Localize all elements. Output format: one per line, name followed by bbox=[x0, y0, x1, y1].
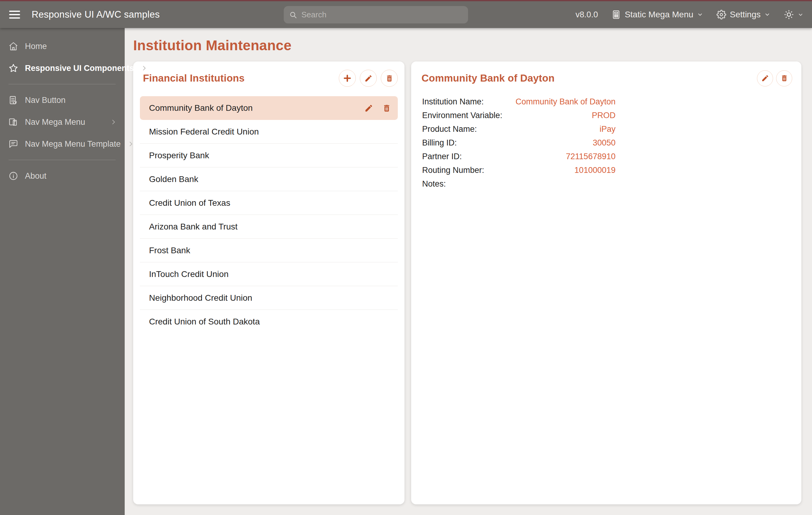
institution-list-item[interactable]: Mission Federal Credit Union bbox=[140, 120, 398, 144]
sidebar-item-label: Nav Mega Menu Template bbox=[25, 139, 121, 149]
app-title: Responsive UI A/WC samples bbox=[32, 9, 160, 20]
field-label: Institution Name: bbox=[422, 97, 484, 107]
institution-name: Prosperity Bank bbox=[149, 151, 391, 160]
institution-list-item[interactable]: Frost Bank bbox=[140, 239, 398, 262]
institution-detail-title: Community Bank of Dayton bbox=[420, 73, 757, 84]
financial-institutions-card: Financial Institutions Community Bank of… bbox=[133, 61, 404, 504]
page-title: Institution Maintenance bbox=[133, 37, 812, 54]
sidebar-divider bbox=[8, 84, 116, 84]
add-institution-button[interactable] bbox=[339, 70, 356, 87]
field-value: 72115678910 bbox=[462, 152, 615, 161]
nav-button-icon bbox=[8, 95, 18, 105]
field-value: 30050 bbox=[457, 138, 615, 147]
sun-icon bbox=[784, 9, 794, 20]
field-value: Community Bank of Dayton bbox=[484, 97, 615, 107]
main-content: Institution Maintenance Financial Instit… bbox=[125, 28, 812, 515]
financial-institutions-title: Financial Institutions bbox=[140, 73, 339, 84]
institution-list: Community Bank of Dayton Mission Federal… bbox=[140, 96, 398, 333]
institution-list-item[interactable]: Arizona Bank and Trust bbox=[140, 215, 398, 239]
sidebar-item-nav-mega-menu[interactable]: Nav Mega Menu bbox=[0, 111, 125, 133]
sidebar-nav: HomeResponsive UI ComponentsNav ButtonNa… bbox=[0, 28, 125, 515]
institution-list-item[interactable]: Golden Bank bbox=[140, 167, 398, 191]
sidebar-item-responsive-ui-components[interactable]: Responsive UI Components bbox=[0, 57, 125, 79]
chevron-down-icon bbox=[764, 11, 770, 18]
search-input[interactable] bbox=[301, 10, 463, 20]
sidebar-divider bbox=[8, 160, 116, 160]
sidebar-item-nav-button[interactable]: Nav Button bbox=[0, 89, 125, 111]
plus-icon bbox=[343, 74, 352, 83]
home-icon bbox=[8, 42, 18, 51]
field-label: Notes: bbox=[422, 179, 446, 189]
theme-toggle-dropdown[interactable] bbox=[784, 9, 804, 20]
pencil-icon bbox=[364, 74, 373, 82]
institution-detail-card: Community Bank of Dayton Institution Nam… bbox=[411, 61, 801, 504]
detail-field-row: Environment Variable:PROD bbox=[422, 109, 615, 123]
delete-row-button[interactable] bbox=[382, 104, 391, 113]
template-bubble-icon bbox=[8, 139, 18, 149]
hamburger-menu-icon[interactable] bbox=[9, 9, 21, 20]
institution-name: Mission Federal Credit Union bbox=[149, 127, 391, 137]
settings-label: Settings bbox=[730, 10, 761, 20]
detail-field-row: Product Name:iPay bbox=[422, 123, 615, 136]
institution-name: Neighborhood Credit Union bbox=[149, 293, 391, 303]
detail-field-row: Notes: bbox=[422, 177, 615, 191]
search-box bbox=[284, 6, 468, 23]
institution-list-item[interactable]: InTouch Credit Union bbox=[140, 262, 398, 286]
institution-list-item[interactable]: Community Bank of Dayton bbox=[140, 96, 398, 120]
field-value: iPay bbox=[477, 125, 615, 134]
gear-icon bbox=[717, 10, 726, 20]
delete-detail-button[interactable] bbox=[776, 70, 792, 86]
field-value: PROD bbox=[502, 111, 615, 120]
trash-icon bbox=[780, 74, 788, 82]
pencil-icon bbox=[761, 74, 769, 82]
sidebar-item-home[interactable]: Home bbox=[0, 35, 125, 57]
mega-menu-dropdown[interactable]: Static Mega Menu bbox=[611, 10, 703, 20]
settings-dropdown[interactable]: Settings bbox=[717, 10, 770, 20]
version-label: v8.0.0 bbox=[576, 10, 598, 20]
info-icon bbox=[8, 171, 18, 181]
chevron-down-icon bbox=[798, 12, 804, 18]
sidebar-item-label: Nav Button bbox=[25, 96, 117, 105]
chevron-down-icon bbox=[697, 11, 703, 18]
detail-field-row: Institution Name:Community Bank of Dayto… bbox=[422, 95, 615, 109]
sidebar-item-about[interactable]: About bbox=[0, 165, 125, 187]
institution-list-item[interactable]: Credit Union of South Dakota bbox=[140, 310, 398, 333]
field-label: Routing Number: bbox=[422, 166, 484, 175]
institution-name: Credit Union of Texas bbox=[149, 198, 391, 208]
edit-institution-button[interactable] bbox=[360, 70, 377, 87]
edit-detail-button[interactable] bbox=[757, 70, 773, 86]
mega-menu-label: Static Mega Menu bbox=[625, 10, 693, 20]
trash-icon bbox=[385, 74, 394, 82]
institution-name: Golden Bank bbox=[149, 174, 391, 184]
institution-list-item[interactable]: Neighborhood Credit Union bbox=[140, 286, 398, 310]
field-label: Partner ID: bbox=[422, 152, 462, 161]
edit-row-button[interactable] bbox=[364, 104, 373, 113]
star-icon bbox=[8, 63, 18, 73]
field-value: 101000019 bbox=[484, 166, 615, 175]
field-label: Product Name: bbox=[422, 125, 477, 134]
institution-list-item[interactable]: Prosperity Bank bbox=[140, 144, 398, 167]
field-label: Environment Variable: bbox=[422, 111, 502, 120]
institution-list-item[interactable]: Credit Union of Texas bbox=[140, 191, 398, 215]
institution-name: Arizona Bank and Trust bbox=[149, 222, 391, 232]
search-icon bbox=[289, 11, 297, 19]
topbar: Responsive UI A/WC samples v8.0.0 Static… bbox=[0, 1, 812, 28]
mega-menu-icon bbox=[611, 10, 621, 20]
chevron-right-icon bbox=[141, 65, 147, 72]
detail-field-row: Partner ID:72115678910 bbox=[422, 150, 615, 163]
sidebar-item-label: Home bbox=[25, 42, 117, 51]
sidebar-item-label: Responsive UI Components bbox=[25, 63, 134, 73]
sidebar-item-nav-mega-menu-template[interactable]: Nav Mega Menu Template bbox=[0, 133, 125, 155]
chevron-right-icon bbox=[127, 141, 134, 147]
row-actions bbox=[364, 104, 391, 113]
detail-field-row: Routing Number:101000019 bbox=[422, 163, 615, 177]
institution-name: InTouch Credit Union bbox=[149, 269, 391, 279]
field-label: Billing ID: bbox=[422, 138, 457, 147]
delete-institution-button[interactable] bbox=[381, 70, 398, 87]
chevron-right-icon bbox=[110, 119, 117, 126]
sidebar-item-label: Nav Mega Menu bbox=[25, 117, 104, 127]
institution-name: Community Bank of Dayton bbox=[149, 103, 364, 113]
institution-name: Frost Bank bbox=[149, 246, 391, 255]
detail-field-row: Billing ID:30050 bbox=[422, 136, 615, 150]
institution-fields: Institution Name:Community Bank of Dayto… bbox=[422, 95, 615, 191]
